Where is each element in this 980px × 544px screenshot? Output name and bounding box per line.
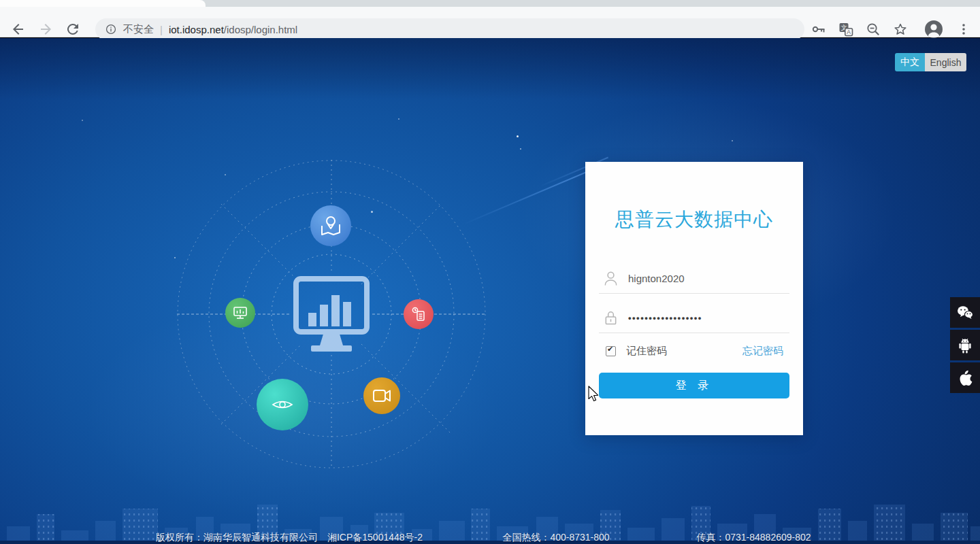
login-card: 思普云大数据中心 记住密码 忘记密码 xyxy=(585,162,803,435)
star-icon xyxy=(892,21,909,37)
browser-tab[interactable] xyxy=(0,0,206,7)
url-bar[interactable]: 不安全 | iot.idosp.net/idosp/login.html xyxy=(95,18,804,40)
back-button[interactable] xyxy=(10,21,27,37)
password-manager-button[interactable] xyxy=(811,21,827,37)
apple-icon xyxy=(957,369,973,387)
profile-avatar[interactable] xyxy=(924,20,941,36)
url-separator: | xyxy=(160,24,163,35)
footer-copyright: 版权所有：湖南华辰智通科技有限公司 湘ICP备15001448号-2 xyxy=(119,532,459,544)
map-pin-icon xyxy=(310,205,351,246)
username-row xyxy=(599,263,789,294)
info-icon[interactable] xyxy=(105,23,117,35)
footer-fax: 传真：0731-84882609-802 xyxy=(681,532,827,544)
svg-text:A: A xyxy=(847,29,851,35)
zoom-button[interactable] xyxy=(865,21,881,37)
tab-strip xyxy=(0,0,980,7)
password-input[interactable] xyxy=(627,312,789,324)
footer-hotline: 全国热线：400-8731-800 xyxy=(488,532,624,544)
star-dot xyxy=(732,140,733,141)
forward-arrow-icon xyxy=(37,21,54,37)
monitor-icon xyxy=(225,298,255,328)
url-path: /idosp/login.html xyxy=(224,24,297,35)
translate-icon: 文 A xyxy=(838,21,854,37)
star-dot xyxy=(517,135,519,137)
reload-icon xyxy=(65,21,81,37)
iot-hub-graphic xyxy=(151,134,512,494)
security-label: 不安全 xyxy=(123,23,154,36)
language-english-button[interactable]: English xyxy=(925,53,966,71)
remember-label: 记住密码 xyxy=(626,345,667,358)
browser-toolbar: 不安全 | iot.idosp.net/idosp/login.html 文 A xyxy=(0,7,980,37)
username-input[interactable] xyxy=(627,272,789,285)
kebab-menu-icon xyxy=(956,21,972,37)
star-dot xyxy=(82,120,83,121)
lock-icon xyxy=(603,309,619,326)
android-button[interactable] xyxy=(950,330,980,360)
login-page-background: 中文 English xyxy=(0,38,980,544)
zoom-out-icon xyxy=(865,21,881,37)
star-dot xyxy=(398,118,399,120)
key-icon xyxy=(811,21,827,37)
wechat-button[interactable] xyxy=(950,297,980,328)
report-clock-icon xyxy=(404,299,434,329)
back-arrow-icon xyxy=(10,21,27,37)
password-row xyxy=(599,303,789,333)
wechat-icon xyxy=(956,305,974,321)
forgot-password-link[interactable]: 忘记密码 xyxy=(742,345,783,358)
screen: 不安全 | iot.idosp.net/idosp/login.html 文 A xyxy=(0,0,980,544)
video-camera-icon xyxy=(363,377,400,414)
options-row: 记住密码 忘记密码 xyxy=(599,343,789,359)
top-shade xyxy=(0,38,980,99)
apple-button[interactable] xyxy=(950,362,980,393)
browser-menu-button[interactable] xyxy=(956,21,972,37)
eye-icon xyxy=(257,379,308,430)
language-toggle: 中文 English xyxy=(895,53,966,71)
android-icon xyxy=(957,337,973,354)
login-button[interactable]: 登 录 xyxy=(599,373,789,398)
user-icon xyxy=(603,269,619,287)
star-dot xyxy=(520,148,521,150)
remember-checkbox[interactable] xyxy=(606,346,616,356)
url-domain: iot.idosp.net xyxy=(169,24,224,35)
language-chinese-button[interactable]: 中文 xyxy=(895,53,925,71)
login-title: 思普云大数据中心 xyxy=(585,207,803,233)
avatar-icon xyxy=(924,20,943,39)
translate-button[interactable]: 文 A xyxy=(838,21,854,37)
forward-button[interactable] xyxy=(37,21,54,37)
reload-button[interactable] xyxy=(65,21,81,37)
bookmark-button[interactable] xyxy=(892,21,909,37)
social-rail xyxy=(950,297,980,393)
monitor-bar-chart-icon xyxy=(296,279,367,352)
